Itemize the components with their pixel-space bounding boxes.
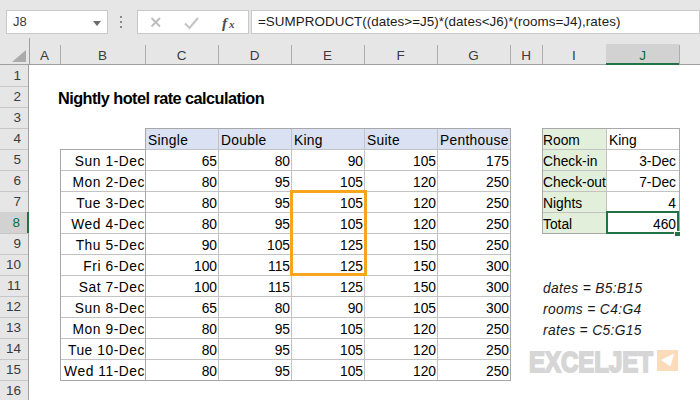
svg-text:EXCELJET: EXCELJET <box>529 346 653 378</box>
svg-text:f: f <box>222 14 229 31</box>
svg-text:x: x <box>228 18 235 30</box>
